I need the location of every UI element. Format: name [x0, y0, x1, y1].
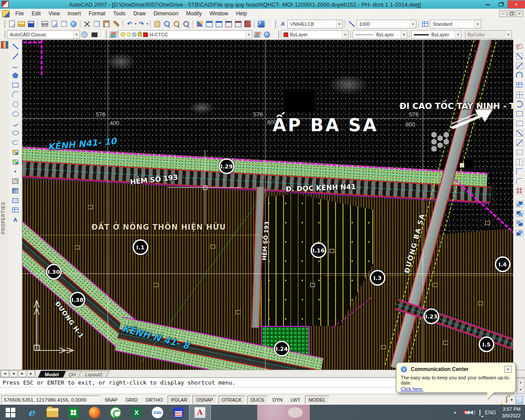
array-icon[interactable]: [515, 80, 524, 89]
layer-combo[interactable]: H-CTCC ▾: [118, 30, 252, 39]
balloon-close-button[interactable]: ×: [504, 366, 512, 373]
scale-icon[interactable]: [515, 109, 524, 118]
bring-above-objects-icon[interactable]: [515, 219, 524, 228]
grid-toggle[interactable]: GRID: [122, 396, 141, 404]
make-layer-current-icon[interactable]: [253, 31, 261, 38]
tab-model[interactable]: Model: [38, 371, 66, 378]
circle-icon[interactable]: [11, 100, 20, 108]
ellipse-icon[interactable]: [11, 129, 20, 137]
tab-prev-button[interactable]: ◀: [10, 370, 18, 377]
make-block-icon[interactable]: [11, 158, 20, 166]
volume-icon[interactable]: ): [470, 410, 475, 415]
toolbar-grip[interactable]: [103, 31, 107, 38]
explode-icon[interactable]: [515, 186, 524, 195]
chevron-down-icon[interactable]: ▾: [73, 31, 80, 38]
lineweight-combo[interactable]: ByLayer▾: [411, 30, 462, 39]
bring-to-front-icon[interactable]: [515, 200, 524, 208]
layer-previous-icon[interactable]: [263, 31, 271, 38]
tool-palettes-icon[interactable]: [205, 20, 213, 28]
taskbar-save-app[interactable]: [168, 405, 189, 420]
taskbar-internet-explorer[interactable]: e: [21, 405, 42, 420]
menu-draw[interactable]: Draw: [130, 10, 150, 18]
menu-modify[interactable]: Modify: [182, 10, 206, 18]
doc-minimize-button[interactable]: –: [499, 10, 507, 17]
dwf-icon[interactable]: [234, 20, 242, 28]
workspace-combo[interactable]: AutoCAD Classic▾: [7, 30, 80, 39]
scroll-down-icon[interactable]: ▼: [517, 386, 524, 393]
menu-window[interactable]: Window: [206, 10, 232, 18]
zoom-window-icon[interactable]: [172, 20, 180, 28]
offset-icon[interactable]: [515, 71, 524, 80]
layer-on-icon[interactable]: [121, 32, 125, 37]
color-combo[interactable]: ByLayer▾: [281, 30, 349, 39]
menu-view[interactable]: View: [45, 10, 64, 18]
designcenter-icon[interactable]: [196, 20, 203, 28]
lwt-toggle[interactable]: LWT: [287, 396, 303, 404]
quickcalc-icon[interactable]: [244, 20, 252, 28]
plot-icon[interactable]: [41, 20, 49, 28]
tab-last-button[interactable]: ▶: [27, 370, 35, 377]
ducs-toggle[interactable]: DUCS: [247, 396, 268, 404]
layer-properties-manager-icon[interactable]: [109, 31, 117, 38]
undo-icon[interactable]: ↶: [126, 20, 133, 28]
cut-icon[interactable]: [83, 20, 91, 28]
tab-next-button[interactable]: ▶: [18, 370, 26, 377]
new-icon[interactable]: [8, 20, 16, 28]
copy-icon[interactable]: [93, 20, 101, 28]
layer-thaw-icon[interactable]: [126, 32, 131, 37]
trim-icon[interactable]: [515, 129, 524, 137]
rectangle-icon[interactable]: [11, 80, 20, 89]
join-icon[interactable]: [515, 158, 524, 166]
model-toggle[interactable]: MODEL: [305, 396, 329, 404]
send-to-back-icon[interactable]: [515, 209, 524, 218]
taskbar-file-explorer[interactable]: [42, 405, 63, 420]
spline-icon[interactable]: [11, 119, 20, 128]
ellipse-arc-icon[interactable]: [11, 138, 20, 147]
doc-restore-button[interactable]: [508, 10, 515, 17]
taskbar-coccoc[interactable]: [105, 405, 126, 420]
linetype-combo[interactable]: ByLayer▾: [353, 30, 407, 39]
properties-palette-icon[interactable]: [1, 41, 8, 49]
polygon-icon[interactable]: [11, 71, 20, 80]
save-icon[interactable]: [27, 20, 35, 28]
tray-caret-icon[interactable]: ▾: [511, 397, 513, 402]
match-properties-icon[interactable]: [112, 20, 120, 28]
chevron-down-icon[interactable]: ▾: [245, 31, 252, 38]
mirror-icon[interactable]: [515, 61, 524, 70]
taskbar-clock[interactable]: 3:57 PM 3/9/2022: [502, 406, 521, 419]
start-button[interactable]: [0, 405, 21, 420]
menu-tools[interactable]: Tools: [109, 10, 130, 18]
layer-lock-icon[interactable]: [138, 33, 142, 36]
revision-cloud-icon[interactable]: [11, 109, 20, 118]
pan-icon[interactable]: [153, 20, 161, 28]
plot-preview-icon[interactable]: [50, 20, 58, 28]
region-icon[interactable]: [11, 196, 20, 205]
toolbar-grip[interactable]: [1, 20, 5, 28]
toolbar-grip[interactable]: [1, 31, 5, 38]
chevron-down-icon[interactable]: ▾: [410, 20, 416, 28]
zoom-previous-icon[interactable]: [182, 20, 190, 28]
ortho-toggle[interactable]: ORTHO: [142, 396, 166, 404]
minimize-button[interactable]: [481, 0, 494, 8]
chevron-down-icon[interactable]: ▾: [400, 31, 407, 38]
chevron-down-icon[interactable]: ▾: [342, 31, 348, 38]
toolbar-grip[interactable]: [272, 20, 276, 28]
chevron-down-icon[interactable]: ▾: [336, 20, 343, 28]
point-icon[interactable]: [11, 167, 20, 176]
command-scrollbar[interactable]: ▲ ▼: [517, 378, 525, 394]
text-style-icon[interactable]: A: [279, 20, 287, 28]
taskbar-zalo[interactable]: Zalo: [147, 405, 168, 420]
balloon-link[interactable]: Click here.: [401, 386, 424, 392]
insert-block-icon[interactable]: [11, 148, 20, 157]
dim-style-icon[interactable]: [348, 20, 356, 28]
properties-palette-collapsed[interactable]: PROPERTIES: [0, 40, 9, 370]
taskbar-firefox[interactable]: [84, 405, 105, 420]
close-button[interactable]: ×: [508, 0, 525, 8]
extend-icon[interactable]: [515, 138, 524, 147]
break-icon[interactable]: [515, 148, 524, 157]
zoom-realtime-icon[interactable]: [163, 20, 171, 28]
text-style-combo[interactable]: VNIHELCB▾: [287, 20, 343, 28]
coordinate-readout[interactable]: 576506.5351, 1217986.4155, 0.0000: [1, 396, 100, 404]
snap-toggle[interactable]: SNAP: [102, 396, 121, 404]
doc-close-button[interactable]: ×: [516, 10, 523, 17]
